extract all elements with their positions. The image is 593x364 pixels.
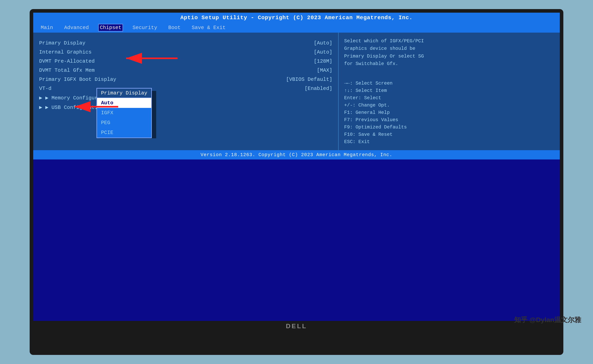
settings-value: [128M] <box>314 58 332 64</box>
annotation-arrow-2 <box>73 101 120 114</box>
menu-item-chipset[interactable]: Chipset <box>98 24 123 32</box>
shortcut-item: F10: Save & Reset <box>344 131 554 138</box>
settings-label: DVMT Pre-Allocated <box>39 58 95 64</box>
settings-value: [MAX] <box>317 67 332 73</box>
right-panel: Select which of IGFX/PEG/PCIGraphics dev… <box>339 32 560 150</box>
help-text: Select which of IGFX/PEG/PCIGraphics dev… <box>344 37 554 68</box>
shortcuts-section: →←: Select Screen↑↓: Select ItemEnter: S… <box>344 76 554 145</box>
monitor-bottom: DELL <box>33 321 560 351</box>
dropdown-title: Primary Display <box>97 89 151 98</box>
settings-value: [Auto] <box>314 40 332 46</box>
shortcut-item: Enter: Select <box>344 94 554 102</box>
bios-screen: Aptio Setup Utility - Copyright (C) 2023… <box>33 13 560 321</box>
shortcut-item: +/-: Change Opt. <box>344 102 554 109</box>
footer-text: Version 2.18.1263. Copyright (C) 2023 Am… <box>201 152 392 157</box>
menu-item-main[interactable]: Main <box>39 24 55 32</box>
settings-label: Primary IGFX Boot Display <box>39 77 116 82</box>
shortcut-item: ESC: Exit <box>344 138 554 145</box>
settings-row: Internal Graphics[Auto] <box>39 48 332 57</box>
main-content: Primary Display[Auto]Internal Graphics[A… <box>33 32 560 150</box>
monitor-brand: DELL <box>286 323 307 330</box>
shortcut-item: ↑↓: Select Item <box>344 87 554 94</box>
settings-value: [Enabled] <box>305 85 332 91</box>
menu-item-security[interactable]: Security <box>131 24 159 32</box>
menu-bar: MainAdvancedChipsetSecurityBootSave & Ex… <box>33 23 560 32</box>
help-line: Graphics device should be <box>344 45 554 52</box>
monitor: Aptio Setup Utility - Copyright (C) 2023… <box>30 9 563 355</box>
menu-item-advanced[interactable]: Advanced <box>62 24 90 32</box>
settings-row: VT-d[Enabled] <box>39 84 332 93</box>
annotation-arrow-1 <box>124 52 179 65</box>
settings-row: Primary Display[Auto] <box>39 39 332 48</box>
shortcut-item: F7: Previous Values <box>344 116 554 124</box>
title-text: Aptio Setup Utility - Copyright (C) 2023… <box>181 15 413 21</box>
title-bar: Aptio Setup Utility - Copyright (C) 2023… <box>33 13 560 23</box>
settings-label: VT-d <box>39 85 51 91</box>
help-line: for Switchable Gfx. <box>344 60 554 68</box>
left-panel: Primary Display[Auto]Internal Graphics[A… <box>33 32 339 150</box>
menu-item-boot[interactable]: Boot <box>167 24 182 32</box>
settings-row: DVMT Total Gfx Mem[MAX] <box>39 66 332 75</box>
settings-value: [VBIOS Default] <box>286 77 332 82</box>
shortcut-item: →←: Select Screen <box>344 80 554 87</box>
settings-value: [Auto] <box>314 49 332 55</box>
shortcut-item: F1: General Help <box>344 109 554 116</box>
dropdown-item[interactable]: PEG <box>97 118 151 128</box>
help-line: Primary Display Or select SG <box>344 52 554 60</box>
watermark: 知乎 @Dylan温文尔雅 <box>514 315 581 325</box>
settings-label: DVMT Total Gfx Mem <box>39 67 95 73</box>
menu-item-save-and-exit[interactable]: Save & Exit <box>190 24 227 32</box>
settings-row: Primary IGFX Boot Display[VBIOS Default] <box>39 75 332 84</box>
settings-label: Primary Display <box>39 40 85 46</box>
shortcut-item: F9: Optimized Defaults <box>344 124 554 131</box>
help-line: Select which of IGFX/PEG/PCI <box>344 37 554 45</box>
footer-bar: Version 2.18.1263. Copyright (C) 2023 Am… <box>33 150 560 159</box>
settings-row: DVMT Pre-Allocated[128M] <box>39 57 332 66</box>
dropdown-item[interactable]: PCIE <box>97 128 151 137</box>
settings-label: Internal Graphics <box>39 49 91 55</box>
